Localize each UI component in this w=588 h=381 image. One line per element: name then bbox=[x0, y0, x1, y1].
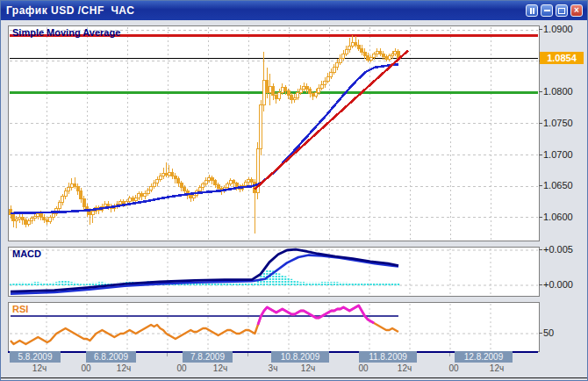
date-label: 12.8.2009 bbox=[455, 351, 513, 363]
close-icon: × bbox=[574, 6, 579, 15]
pause-icon bbox=[530, 8, 534, 14]
time-label: 00 bbox=[176, 363, 186, 373]
macd-label: MACD bbox=[12, 248, 41, 259]
close-button[interactable]: × bbox=[570, 4, 583, 17]
sma-legend: Simple Moving Average bbox=[12, 27, 120, 38]
axis-tick bbox=[539, 123, 542, 124]
minimize-icon bbox=[544, 10, 550, 11]
window-bottom-edge bbox=[1, 377, 588, 378]
app-window: График USD /CHF ЧАС × Simple Moving Aver… bbox=[0, 0, 588, 381]
time-label: 00 bbox=[358, 363, 368, 373]
time-label: 00 bbox=[448, 363, 458, 373]
date-label: 5.8.2009 bbox=[10, 351, 61, 363]
axis-tick bbox=[539, 185, 542, 186]
time-label: 3ч bbox=[269, 363, 278, 373]
time-label: 12ч bbox=[213, 363, 227, 373]
time-label: 12ч bbox=[398, 363, 412, 373]
axis-tick bbox=[539, 249, 542, 250]
rsi-label: RSI bbox=[12, 304, 28, 314]
time-label: 00 bbox=[81, 363, 90, 373]
date-label: 6.8.2009 bbox=[86, 351, 136, 363]
axis-tick bbox=[539, 29, 542, 30]
price-tick-label: 1.0750 bbox=[543, 119, 573, 128]
price-tick-label: 1.0700 bbox=[543, 150, 573, 160]
title-bar: График USD /CHF ЧАС bbox=[1, 1, 587, 20]
window-controls: × bbox=[526, 4, 583, 17]
price-tick-label: 1.0800 bbox=[543, 87, 573, 97]
axis-tick bbox=[539, 91, 542, 92]
axis-tick bbox=[539, 217, 542, 218]
axis-tick bbox=[539, 333, 542, 334]
current-price-badge: 1.0854 bbox=[540, 52, 584, 64]
time-label: 12ч bbox=[490, 363, 504, 373]
maximize-icon bbox=[558, 8, 565, 14]
date-label: 10.8.2009 bbox=[271, 351, 329, 363]
axis-tick bbox=[539, 155, 542, 155]
pause-button[interactable] bbox=[526, 4, 538, 17]
date-label: 11.8.2009 bbox=[359, 351, 417, 363]
price-tick-label: 1.0600 bbox=[543, 212, 573, 222]
window-title: График USD /CHF ЧАС bbox=[6, 4, 134, 17]
date-label: 7.8.2009 bbox=[183, 351, 233, 363]
time-label: 12ч bbox=[117, 363, 131, 373]
time-label: 12ч bbox=[301, 363, 315, 373]
rsi-panel[interactable]: RSI bbox=[8, 302, 540, 352]
macd-tick-label: +0.005 bbox=[543, 245, 573, 255]
price-tick-label: 1.0900 bbox=[543, 25, 573, 34]
price-tick-label: 1.0650 bbox=[543, 181, 573, 190]
price-chart-panel[interactable]: Simple Moving Average bbox=[8, 25, 540, 241]
macd-tick-label: +0.000 bbox=[543, 280, 573, 290]
minimize-button[interactable] bbox=[541, 4, 553, 17]
rsi-tick-label: 50 bbox=[543, 328, 554, 338]
maximize-button[interactable] bbox=[556, 4, 568, 17]
macd-panel[interactable]: MACD bbox=[8, 247, 540, 297]
time-label: 12ч bbox=[32, 363, 47, 373]
axis-tick bbox=[539, 284, 542, 285]
